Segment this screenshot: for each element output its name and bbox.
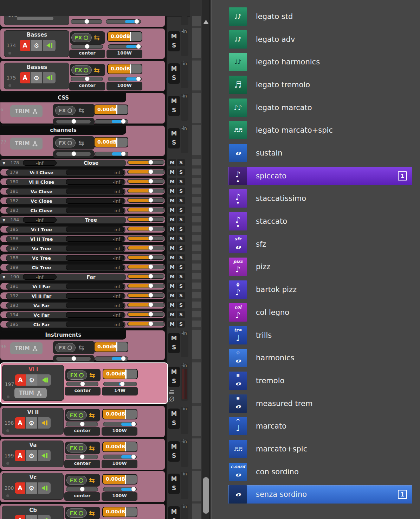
track-row[interactable]: Vc200A⚙FX⇆center0.00dB100W: [0, 471, 165, 502]
speaker-icon[interactable]: [38, 515, 51, 519]
mute-button[interactable]: M: [168, 159, 176, 166]
mute-button[interactable]: M: [168, 443, 180, 450]
slider-knob[interactable]: [120, 381, 125, 386]
track-row[interactable]: Va199A⚙FX⇆center0.00dB100W: [0, 438, 165, 470]
fx-button[interactable]: FX: [66, 443, 87, 452]
gain-display[interactable]: 0.00dB: [107, 31, 142, 42]
slider-knob[interactable]: [148, 255, 153, 260]
mute-button[interactable]: M: [168, 235, 176, 242]
mute-button[interactable]: M: [168, 65, 180, 72]
articulation-row[interactable]: ♬♬marcato+spic: [212, 440, 420, 458]
mute-button[interactable]: M: [168, 311, 176, 318]
volume-slider[interactable]: [127, 236, 164, 241]
mute-button[interactable]: M: [168, 475, 180, 482]
solo-button[interactable]: S: [168, 378, 180, 385]
slider-knob[interactable]: [148, 188, 153, 193]
track-settings-gear-icon[interactable]: ⚙: [26, 482, 37, 494]
speaker-icon[interactable]: [38, 482, 51, 494]
mute-button[interactable]: M: [168, 410, 180, 417]
routing-icon[interactable]: ⇆: [89, 508, 95, 518]
width-slider[interactable]: [108, 77, 142, 81]
articulation-row[interactable]: ◇oharmonics: [212, 349, 420, 367]
mute-button[interactable]: M: [168, 283, 176, 290]
fx-button[interactable]: FX: [66, 476, 87, 485]
solo-button[interactable]: S: [177, 292, 185, 299]
solo-button[interactable]: S: [168, 452, 180, 459]
volume-slider[interactable]: [127, 179, 164, 184]
slider-knob[interactable]: [148, 160, 153, 165]
pan-slider[interactable]: [71, 19, 102, 24]
solo-button[interactable]: S: [168, 139, 180, 146]
fx-button[interactable]: FX: [66, 508, 87, 518]
track-settings-gear-icon[interactable]: ⚙: [26, 374, 38, 386]
solo-button[interactable]: S: [168, 74, 180, 81]
solo-button[interactable]: S: [177, 197, 185, 204]
mute-button[interactable]: M: [168, 508, 180, 515]
pan-slider[interactable]: [66, 455, 98, 459]
slider-knob[interactable]: [85, 76, 90, 81]
routing-icon[interactable]: ⇆: [78, 343, 84, 352]
slider-knob[interactable]: [80, 381, 85, 386]
articulation-row[interactable]: tr≈♩trills: [212, 326, 420, 344]
record-arm-button[interactable]: A: [15, 374, 26, 386]
pan-slider[interactable]: [56, 152, 91, 156]
slider-knob[interactable]: [71, 119, 76, 124]
gain-display[interactable]: 0.00dB: [94, 342, 128, 352]
volume-slider[interactable]: [127, 198, 164, 203]
record-arm-button[interactable]: A: [20, 72, 30, 83]
routing-icon[interactable]: ⇆: [94, 33, 100, 42]
slider-knob[interactable]: [71, 356, 76, 361]
trim-button[interactable]: TRIM: [10, 138, 43, 150]
slider-knob[interactable]: [148, 302, 153, 307]
articulation-row[interactable]: c.sordocon sordino: [212, 463, 420, 481]
volume-slider[interactable]: [127, 293, 164, 298]
volume-slider[interactable]: [127, 170, 164, 174]
gain-display[interactable]: 0.00dB: [102, 474, 137, 485]
mute-button[interactable]: M: [168, 216, 176, 223]
mute-button[interactable]: M: [168, 335, 180, 342]
record-arm-button[interactable]: A: [15, 417, 25, 429]
volume-slider[interactable]: [127, 303, 164, 307]
slider-knob[interactable]: [148, 293, 153, 298]
solo-button[interactable]: S: [177, 245, 185, 252]
slider-knob[interactable]: [148, 169, 153, 174]
bus-track-row[interactable]: channels77TRIMFX⇆0.00dB: [0, 125, 165, 156]
pan-slider[interactable]: [56, 119, 91, 124]
record-arm-button[interactable]: A: [15, 482, 25, 494]
mute-button[interactable]: M: [168, 169, 176, 176]
mute-button[interactable]: M: [168, 130, 180, 137]
collapse-triangle-icon[interactable]: ▼: [2, 218, 5, 222]
mute-button[interactable]: M: [168, 321, 176, 328]
trim-button[interactable]: TRIM: [10, 105, 43, 117]
mute-button[interactable]: M: [168, 254, 176, 261]
solo-button[interactable]: S: [168, 485, 180, 492]
slider-knob[interactable]: [121, 356, 126, 361]
slider-knob[interactable]: [148, 198, 153, 203]
routing-icon[interactable]: ⇆: [89, 371, 95, 380]
bus-track-row[interactable]: CSS6TRIMFX⇆0.00dB: [0, 93, 165, 124]
slider-knob[interactable]: [121, 151, 126, 156]
articulation-row[interactable]: ♩♪legato harmonics: [212, 53, 420, 71]
scroll-up-icon[interactable]: [203, 20, 209, 24]
fx-button[interactable]: FX: [71, 33, 92, 42]
pan-slider[interactable]: [66, 487, 98, 492]
fx-bypass-icon[interactable]: [79, 511, 83, 515]
fx-bypass-icon[interactable]: [67, 141, 72, 145]
volume-slider[interactable]: [127, 208, 164, 212]
slider-knob[interactable]: [80, 454, 85, 459]
slider-knob[interactable]: [131, 487, 136, 492]
volume-slider[interactable]: [127, 246, 164, 250]
articulation-row[interactable]: ♪●staccato: [212, 212, 420, 230]
slider-knob[interactable]: [85, 44, 90, 49]
volume-slider[interactable]: [127, 322, 164, 326]
width-slider[interactable]: [103, 455, 137, 459]
volume-slider[interactable]: [127, 189, 164, 193]
collapse-triangle-icon[interactable]: ▼: [2, 275, 5, 279]
speaker-icon[interactable]: [38, 417, 51, 429]
mute-button[interactable]: M: [168, 226, 176, 233]
track-settings-gear-icon[interactable]: ⚙: [26, 515, 37, 519]
slider-knob[interactable]: [136, 76, 141, 81]
routing-icon[interactable]: ⇆: [89, 411, 95, 420]
slider-knob[interactable]: [148, 226, 153, 231]
trim-button[interactable]: TRIM: [10, 342, 43, 354]
